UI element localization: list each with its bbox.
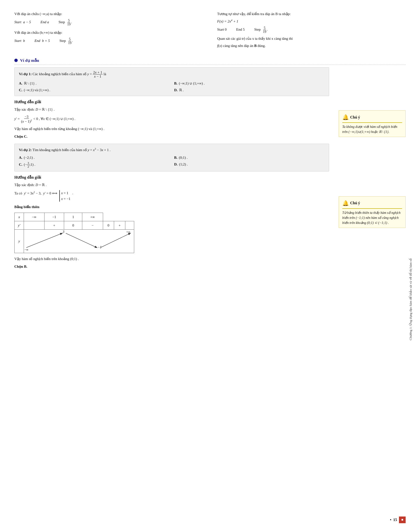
option-A1: A. ℝ \ {1} . bbox=[19, 81, 169, 86]
sidebar-text: Chương 1: Ứng dụng đạo hàm để khảo sát v… bbox=[409, 192, 418, 407]
step-line-right: Start 0 End 5 Step 519. bbox=[217, 26, 406, 34]
bbt-row-x: x −∞ −1 1 +∞ bbox=[15, 213, 134, 221]
tap-xac-dinh-1: Tập xác định: D = ℝ \ {1} . bbox=[14, 107, 329, 112]
option-B2: B. (0;1) . bbox=[174, 155, 325, 160]
example2-options: A. (−2;1) . B. (0;1) . C. (−32;1) . D. (… bbox=[19, 155, 325, 168]
chu-y-2-box: 🔔 Chú ý Từ bảng biến thiên ta thấy hàm s… bbox=[339, 196, 406, 228]
derivative-2: Ta có y′ = 3x2 − 3, y′ = 0 ⟺ x = 1 x = −… bbox=[14, 190, 329, 202]
chu-y-icon: 🔔 bbox=[342, 113, 349, 121]
svg-line-4 bbox=[101, 233, 130, 248]
option-C1: C. (−∞;1) và (1;+∞) . bbox=[19, 87, 169, 93]
vidu-mau-heading: Ví dụ mẫu bbox=[14, 57, 406, 65]
option-A2: A. (−2;1) . bbox=[19, 155, 169, 160]
svg-text:−∞: −∞ bbox=[24, 248, 28, 251]
chu-y-1-title: 🔔 Chú ý bbox=[342, 113, 402, 123]
answer-2: Chọn B. bbox=[14, 264, 329, 269]
bbt-row-yprime: y′ + 0 − 0 + bbox=[15, 221, 134, 229]
chu-y-2-title: 🔔 Chú ý bbox=[342, 199, 402, 209]
answer-1: Chọn C. bbox=[14, 134, 329, 139]
example1-main: Ví dụ 1: Các khoảng nghịch biến của hàm … bbox=[14, 67, 329, 141]
variation-graph: 3 −1 −∞ bbox=[24, 230, 134, 251]
svg-line-0 bbox=[26, 233, 62, 248]
tap-xac-dinh-2: Tập xác định: D = ℝ . bbox=[14, 182, 329, 188]
page-number-value: 15 bbox=[393, 517, 397, 523]
top-section: Với đáp án chứa (−∞;a) ta nhập: Start a … bbox=[14, 10, 406, 50]
example2-section: Ví dụ 2: Tìm khoảng nghịch biến của hàm … bbox=[14, 144, 406, 271]
line-fx-tang: f(x) càng tăng nên đáp án B đúng. bbox=[217, 43, 406, 48]
line-Fx: F(x) = 2x4 + 1 bbox=[217, 18, 406, 24]
chu-y-1-container: 🔔 Chú ý Ta không được viết hàm số nghịch… bbox=[334, 67, 406, 141]
top-right: Tương tự như vậy, để kiểm tra đáp án B t… bbox=[217, 10, 406, 50]
page-number-text: • bbox=[390, 517, 391, 523]
line-voi-dap-an-a: Với đáp án chứa (−∞;a) ta nhập: bbox=[14, 11, 203, 17]
line-quan-sat: Quan sát các giá trị của x ta thấy khi x… bbox=[217, 36, 406, 41]
page-number-badge: ■ bbox=[399, 516, 406, 523]
example1-box: Ví dụ 1: Các khoảng nghịch biến của hàm … bbox=[14, 67, 329, 96]
example2-box: Ví dụ 2: Tìm khoảng nghịch biến của hàm … bbox=[14, 144, 329, 172]
bbt-table: x −∞ −1 1 +∞ y′ + 0 − bbox=[14, 213, 329, 253]
line-voi-dap-an-b: Với đáp án chứa (b;+∞) ta nhập: bbox=[14, 30, 203, 36]
top-left: Với đáp án chứa (−∞;a) ta nhập: Start a … bbox=[14, 10, 203, 50]
vidu-mau-title: Ví dụ mẫu bbox=[20, 57, 39, 64]
example2-main: Ví dụ 2: Tìm khoảng nghịch biến của hàm … bbox=[14, 144, 329, 271]
svg-text:3: 3 bbox=[62, 230, 64, 234]
option-D1: D. ℝ . bbox=[174, 87, 325, 93]
page-number-area: • 15 ■ bbox=[390, 516, 406, 523]
option-B1: B. (−∞;1) ∪ (1;+∞) . bbox=[174, 81, 325, 86]
chu-y-1-box: 🔔 Chú ý Ta không được viết hàm số nghịch… bbox=[339, 110, 406, 137]
svg-text:+∞: +∞ bbox=[126, 230, 130, 234]
chu-y-2-container: 🔔 Chú ý Từ bảng biến thiên ta thấy hàm s… bbox=[334, 144, 406, 271]
example2-title: Ví dụ 2: Tìm khoảng nghịch biến của hàm … bbox=[19, 147, 325, 153]
chu-y-2-icon: 🔔 bbox=[342, 199, 349, 207]
bbt-title: Bảng biến thiên bbox=[14, 204, 329, 210]
example1-title: Ví dụ 1: Các khoảng nghịch biến của hàm … bbox=[19, 70, 325, 79]
variation-table: x −∞ −1 1 +∞ y′ + 0 − bbox=[14, 213, 134, 253]
huong-dan-1-heading: Hướng dẫn giải bbox=[14, 99, 329, 105]
example1-section: Ví dụ 1: Các khoảng nghịch biến của hàm … bbox=[14, 67, 406, 141]
bullet-icon bbox=[14, 59, 18, 62]
step-line-b: Start b End b + 5 Step 519. bbox=[14, 37, 203, 45]
conclusion-2: Vậy hàm số nghịch biến trên khoảng (0;1)… bbox=[14, 256, 329, 262]
chu-y-2-text: Từ bảng biến thiên ta thấy hàm số nghịch… bbox=[342, 210, 402, 225]
option-D2: D. (1;2) . bbox=[174, 161, 325, 168]
huong-dan-1-body: Tập xác định: D = ℝ \ {1} . y′ = −3 (x −… bbox=[14, 107, 329, 132]
bbt-row-y: y 3 bbox=[15, 229, 134, 253]
option-C2: C. (−32;1) . bbox=[19, 161, 169, 168]
conclusion-1: Vậy hàm số nghịch biến trên từng khoảng … bbox=[14, 126, 329, 132]
page: Với đáp án chứa (−∞;a) ta nhập: Start a … bbox=[0, 0, 420, 528]
derivative-1: y′ = −3 (x − 1)2 < 0 , ∀x ∈ (−∞;1) ∪ (1;… bbox=[14, 115, 329, 124]
huong-dan-2-heading: Hướng dẫn giải bbox=[14, 174, 329, 180]
svg-line-2 bbox=[66, 233, 97, 248]
line-tuong-tu: Tương tự như vậy, để kiểm tra đáp án B t… bbox=[217, 11, 406, 17]
step-line-a: Start a − 5 End a Step 519. bbox=[14, 19, 203, 26]
example1-options: A. ℝ \ {1} . B. (−∞;1) ∪ (1;+∞) . C. (−∞… bbox=[19, 81, 325, 93]
chu-y-1-text: Ta không được viết hàm số nghịch biến tr… bbox=[342, 124, 402, 134]
huong-dan-2-body: Tập xác định: D = ℝ . Ta có y′ = 3x2 − 3… bbox=[14, 182, 329, 269]
